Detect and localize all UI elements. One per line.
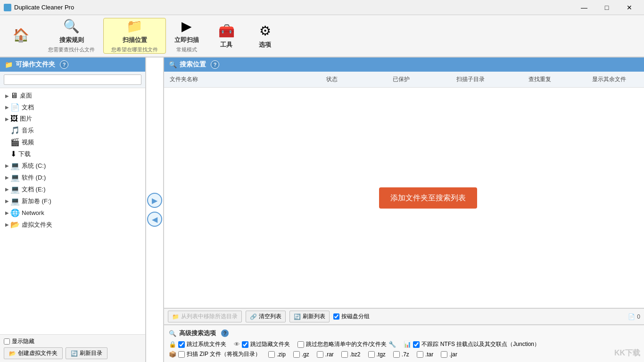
tree-item[interactable]: ▶📂虚拟文件夹 — [0, 219, 145, 230]
ext-7z-checkbox[interactable] — [393, 351, 400, 358]
skip-hidden-checkbox[interactable] — [242, 341, 248, 348]
skip-ignored-list: 跳过您忽略清单中的文件/文件夹 🔧 — [297, 340, 396, 348]
ext-rar-checkbox[interactable] — [317, 351, 323, 358]
close-button[interactable]: ✕ — [619, 0, 640, 15]
advanced-section: 🔍 高级搜索选项 ? 🔒 跳过系统文件夹 👁 跳过隐藏文件夹 — [164, 324, 644, 362]
tree-item[interactable]: ▶🌐Network — [0, 207, 145, 219]
search-rule-icon: 🔍 — [63, 18, 80, 34]
tree-arrow[interactable]: ▶ — [4, 163, 10, 168]
app-icon — [4, 4, 11, 11]
add-folder-to-list-button[interactable]: 添加文件夹至搜索列表 — [379, 187, 477, 208]
tree-item[interactable]: ▶🖼图片 — [0, 113, 145, 124]
remove-from-search-button[interactable]: ◀ — [147, 212, 162, 227]
adv-row-1: 🔒 跳过系统文件夹 👁 跳过隐藏文件夹 跳过您忽略清单中的文件/文件夹 🔧 — [169, 340, 639, 348]
skip-system-checkbox[interactable] — [178, 341, 185, 348]
right-panel-help-button[interactable]: ? — [211, 60, 219, 69]
tree-arrow[interactable]: ▶ — [4, 210, 10, 215]
ext-tar-checkbox[interactable] — [417, 351, 423, 358]
tree-item-icon: 📄 — [10, 103, 20, 112]
tree-item[interactable]: ▶📄文档 — [0, 101, 145, 113]
tree-arrow[interactable]: ▶ — [4, 116, 10, 122]
refresh-list-button[interactable]: 🔄 刷新列表 — [289, 311, 330, 322]
search-rule-button[interactable]: 🔍 搜索规则 您需要查找什么文件 — [41, 18, 102, 54]
minimize-button[interactable]: — — [573, 0, 595, 15]
add-to-search-button[interactable]: ▶ — [147, 193, 162, 208]
tree-arrow[interactable]: ▶ — [4, 187, 10, 192]
no-ntfs-checkbox[interactable] — [413, 341, 420, 348]
remove-selected-button[interactable]: 📁 从列表中移除所选目录 — [168, 311, 242, 322]
tree-item[interactable]: ▶💻系统 (C:) — [0, 160, 145, 172]
create-virtual-folder-button[interactable]: 📂 创建虚拟文件夹 — [4, 347, 63, 359]
tree-item[interactable]: 🎬视频 — [0, 136, 145, 148]
ext-zip-checkbox[interactable] — [268, 351, 275, 358]
maximize-button[interactable]: □ — [596, 0, 618, 15]
ext-tgz-checkbox[interactable] — [368, 351, 375, 358]
tree-item[interactable]: ⬇下载 — [0, 148, 145, 160]
refresh-directory-button[interactable]: 🔄 刷新目录 — [66, 347, 107, 359]
ext-bz2-checkbox[interactable] — [341, 351, 348, 358]
tree-arrow[interactable]: ▶ — [4, 93, 10, 99]
col-find-duplicates: 查找重复 — [505, 74, 575, 85]
tool-icon: 🔧 — [388, 341, 396, 348]
scan-location-icon: 📁 — [126, 18, 143, 34]
tree-item[interactable]: ▶💻新加卷 (F:) — [0, 195, 145, 207]
tree-item-icon: 💻 — [10, 173, 20, 182]
tree-item-icon: 🎵 — [10, 126, 20, 135]
scan-location-button[interactable]: 📁 扫描位置 您希望在哪里找文件 — [103, 18, 166, 54]
tree-arrow[interactable]: ▶ — [4, 175, 10, 180]
ext-gz: .gz — [293, 351, 309, 358]
left-search-input[interactable] — [4, 74, 141, 85]
tree-item[interactable]: ▶💻文档 (E:) — [0, 183, 145, 195]
ext-tgz: .tgz — [368, 351, 386, 358]
options-button[interactable]: ⚙ 选项 — [246, 18, 284, 54]
left-panel-help-button[interactable]: ? — [60, 60, 68, 69]
tools-icon: 🧰 — [218, 23, 235, 39]
tools-button[interactable]: 🧰 工具 — [207, 18, 245, 54]
file-icon: 📄 — [628, 313, 635, 320]
scan-now-button[interactable]: ▶ 立即扫描 常规模式 — [167, 18, 206, 54]
show-hidden-checkbox[interactable] — [4, 338, 10, 345]
toolbar: 🏠 🔍 搜索规则 您需要查找什么文件 📁 扫描位置 您希望在哪里找文件 ▶ 立即… — [0, 15, 644, 58]
tree-item[interactable]: ▶💻软件 (D:) — [0, 172, 145, 183]
arrow-panel: ▶ ◀ — [146, 58, 164, 362]
create-virtual-icon: 📂 — [9, 350, 16, 357]
tree-arrow[interactable]: ▶ — [4, 198, 10, 204]
tree-item-icon: 🖥 — [10, 91, 18, 100]
tree-arrow[interactable]: ▶ — [4, 105, 10, 110]
advanced-icon: 🔍 — [169, 330, 176, 337]
skip-ignored-checkbox[interactable] — [297, 341, 304, 348]
ext-tar: .tar — [417, 351, 433, 358]
group-by-disk-label: 按磁盘分组 — [341, 313, 370, 321]
tree-item[interactable]: 🎵音乐 — [0, 124, 145, 136]
tree-arrow[interactable]: ▶ — [4, 222, 10, 227]
tree-item-label: Network — [22, 209, 44, 216]
ext-jar-checkbox[interactable] — [441, 351, 447, 358]
col-scan-subdirs: 扫描子目录 — [436, 74, 505, 85]
ext-gz-checkbox[interactable] — [293, 351, 300, 358]
tree-item-label: 文档 (E:) — [22, 185, 46, 194]
options-icon: ⚙ — [259, 23, 271, 39]
tree-item-label: 视频 — [22, 138, 34, 147]
right-panel: 🔍 搜索位置 ? 文件夹名称 状态 已保护 扫描子目录 查找重复 显示其余文件 … — [164, 58, 644, 362]
group-by-disk-checkbox[interactable] — [333, 313, 339, 320]
col-status: 状态 — [297, 74, 366, 85]
clear-list-button[interactable]: 🔗 清空列表 — [246, 311, 286, 322]
tree-item-icon: ⬇ — [10, 149, 17, 158]
tree-item-label: 软件 (D:) — [22, 173, 46, 182]
tree-item-label: 虚拟文件夹 — [22, 221, 52, 229]
refresh-icon: 🔄 — [71, 350, 78, 357]
left-bottom: 显示隐藏 📂 创建虚拟文件夹 🔄 刷新目录 — [0, 334, 145, 362]
tree-item[interactable]: ▶🖥桌面 — [0, 90, 145, 101]
scan-zip-checkbox[interactable] — [178, 351, 185, 358]
tree-item-label: 图片 — [20, 115, 32, 123]
scan-zip-files: 📦 扫描 ZIP 文件（将视为目录） — [169, 350, 261, 358]
advanced-help-button[interactable]: ? — [221, 329, 229, 337]
main-layout: 📁 可操作文件夹 ? ▶🖥桌面▶📄文档▶🖼图片🎵音乐🎬视频⬇下载▶💻系统 (C:… — [0, 58, 644, 362]
right-panel-header: 🔍 搜索位置 ? — [164, 58, 644, 72]
tree-item-icon: 🌐 — [10, 208, 20, 217]
tree-item-label: 下载 — [18, 150, 31, 158]
grid-icon: 📊 — [404, 341, 411, 348]
tree-container: ▶🖥桌面▶📄文档▶🖼图片🎵音乐🎬视频⬇下载▶💻系统 (C:)▶💻软件 (D:)▶… — [0, 88, 145, 334]
zip-icon: 📦 — [169, 351, 176, 358]
home-button[interactable]: 🏠 — [2, 18, 40, 54]
